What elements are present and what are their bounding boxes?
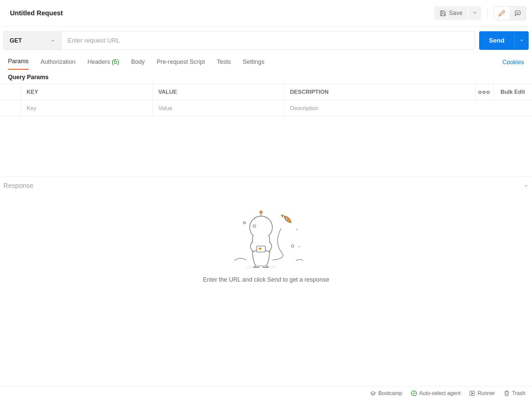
send-dropdown-button[interactable] [514, 31, 529, 50]
param-value-input[interactable] [158, 105, 279, 112]
bulk-edit-button[interactable]: Bulk Edit [493, 84, 532, 100]
svg-marker-16 [472, 392, 473, 394]
request-bar: GET Send [0, 27, 532, 55]
tab-body[interactable]: Body [131, 55, 145, 69]
tab-headers[interactable]: Headers (5) [87, 55, 119, 69]
send-group: Send [479, 31, 529, 50]
column-description-header[interactable]: DESCRIPTION [285, 84, 475, 100]
svg-point-9 [250, 216, 272, 239]
request-header: Untitled Request Save [0, 0, 532, 27]
more-options-button[interactable]: ooo [475, 84, 493, 100]
trash-label: Trash [512, 390, 525, 396]
request-title[interactable]: Untitled Request [10, 9, 63, 17]
svg-point-4 [299, 246, 300, 247]
cookies-link[interactable]: Cookies [502, 59, 524, 66]
response-title: Response [3, 182, 33, 190]
param-key-input[interactable] [27, 105, 147, 112]
save-label: Save [449, 10, 463, 17]
header-actions: Save [434, 6, 526, 20]
agent-select-button[interactable]: Auto-select agent [411, 390, 461, 396]
response-empty-text: Enter the URL and click Send to get a re… [0, 276, 532, 283]
comment-mode-button[interactable] [510, 7, 526, 20]
divider [487, 8, 487, 18]
runner-button[interactable]: Runner [469, 390, 495, 396]
check-circle-icon [411, 390, 417, 396]
save-icon [440, 10, 446, 17]
params-section-title: Query Params [0, 70, 532, 83]
save-group: Save [434, 6, 481, 20]
column-key-header[interactable]: KEY [21, 84, 153, 100]
row-checkbox-cell[interactable] [0, 100, 21, 116]
trash-button[interactable]: Trash [504, 390, 525, 396]
svg-point-3 [297, 229, 298, 230]
status-bar: Bootcamp Auto-select agent Runner Trash [0, 386, 532, 400]
trash-icon [504, 390, 510, 396]
svg-point-6 [291, 245, 294, 247]
tab-params[interactable]: Params [8, 55, 29, 70]
tab-pre-request[interactable]: Pre-request Script [157, 55, 205, 69]
method-select[interactable]: GET [3, 31, 62, 50]
svg-rect-12 [259, 248, 261, 250]
view-mode-group [493, 6, 526, 20]
svg-point-13 [247, 266, 275, 268]
tab-authorization[interactable]: Authorization [41, 55, 75, 69]
pencil-icon [498, 10, 505, 17]
edit-mode-button[interactable] [494, 7, 510, 20]
response-empty-state: Enter the URL and click Send to get a re… [0, 190, 532, 283]
chevron-down-icon [51, 38, 55, 43]
save-dropdown-button[interactable] [468, 6, 481, 20]
headers-count: (5) [112, 59, 119, 65]
url-input[interactable] [62, 31, 474, 50]
table-row [0, 100, 532, 116]
tab-headers-label: Headers [87, 59, 110, 65]
column-value-header[interactable]: VALUE [153, 84, 285, 100]
method-label: GET [10, 37, 22, 44]
tab-settings[interactable]: Settings [243, 55, 264, 69]
checkbox-column [0, 84, 21, 100]
tab-tests[interactable]: Tests [217, 55, 231, 69]
svg-point-8 [260, 211, 262, 213]
request-tabs: Params Authorization Headers (5) Body Pr… [0, 55, 532, 70]
save-button[interactable]: Save [434, 6, 468, 20]
send-button[interactable]: Send [479, 31, 514, 50]
param-description-input[interactable] [290, 105, 470, 112]
table-header: KEY VALUE DESCRIPTION ooo Bulk Edit [0, 84, 532, 100]
response-header: Response [0, 176, 532, 190]
bootcamp-button[interactable]: Bootcamp [370, 390, 402, 396]
svg-point-14 [411, 391, 416, 396]
params-table: KEY VALUE DESCRIPTION ooo Bulk Edit [0, 83, 532, 116]
agent-label: Auto-select agent [419, 390, 461, 396]
bootcamp-label: Bootcamp [378, 390, 402, 396]
chevron-down-icon[interactable] [523, 183, 529, 189]
play-square-icon [469, 390, 475, 396]
svg-point-2 [243, 222, 245, 224]
chevron-down-icon [519, 38, 524, 43]
comment-icon [514, 10, 521, 17]
astronaut-illustration-icon [229, 210, 303, 268]
graduation-cap-icon [370, 390, 376, 396]
chevron-down-icon [472, 10, 477, 15]
runner-label: Runner [477, 390, 495, 396]
